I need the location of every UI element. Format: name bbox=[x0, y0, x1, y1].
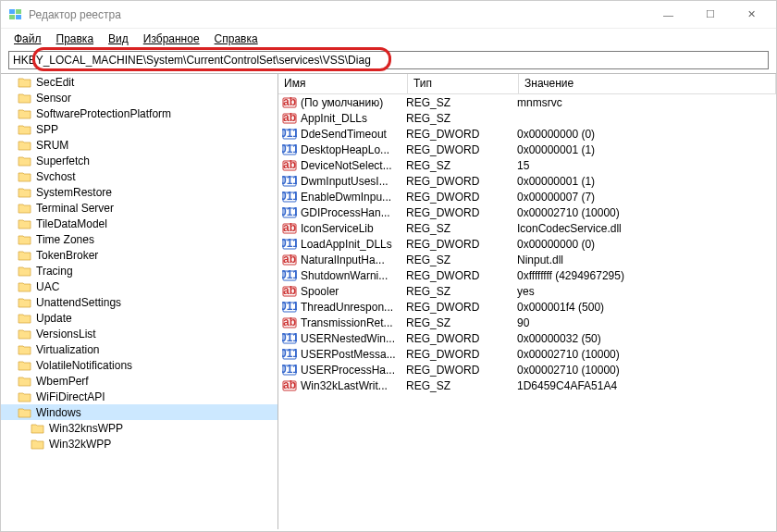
tree-item[interactable]: Windows bbox=[1, 404, 278, 420]
tree-item-label: TokenBroker bbox=[36, 249, 98, 262]
dword-value-icon: 011 bbox=[282, 347, 297, 362]
minimize-button[interactable]: — bbox=[648, 1, 689, 29]
window-title: Редактор реестра bbox=[29, 8, 648, 21]
titlebar: Редактор реестра — ☐ ✕ bbox=[1, 1, 776, 29]
tree-item[interactable]: WiFiDirectAPI bbox=[1, 389, 278, 404]
menu-view[interactable]: Вид bbox=[103, 31, 134, 47]
value-row[interactable]: 011USERProcessHa...REG_DWORD0x00002710 (… bbox=[278, 362, 776, 377]
svg-text:011: 011 bbox=[282, 237, 297, 250]
tree-item[interactable]: UnattendSettings bbox=[1, 294, 278, 310]
value-row[interactable]: 011USERPostMessa...REG_DWORD0x00002710 (… bbox=[278, 346, 776, 362]
value-row[interactable]: abSpoolerREG_SZyes bbox=[278, 283, 776, 299]
value-name: USERProcessHa... bbox=[301, 364, 406, 377]
tree-item[interactable]: UAC bbox=[1, 278, 278, 294]
tree-item[interactable]: Virtualization bbox=[1, 341, 278, 357]
value-row[interactable]: 011DwmInputUsesI...REG_DWORD0x00000001 (… bbox=[278, 173, 776, 189]
value-row[interactable]: 011GDIProcessHan...REG_DWORD0x00002710 (… bbox=[278, 204, 776, 220]
tree-item[interactable]: Tracing bbox=[1, 263, 278, 278]
value-row[interactable]: 011DesktopHeapLo...REG_DWORD0x00000001 (… bbox=[278, 142, 776, 157]
folder-icon bbox=[18, 390, 32, 403]
value-name: DwmInputUsesI... bbox=[301, 175, 406, 188]
tree-item[interactable]: Update bbox=[1, 310, 278, 326]
tree-item-label: WiFiDirectAPI bbox=[36, 390, 105, 403]
value-row[interactable]: abTransmissionRet...REG_SZ90 bbox=[278, 315, 776, 330]
value-name: ThreadUnrespon... bbox=[301, 301, 406, 314]
tree-item[interactable]: Terminal Server bbox=[1, 200, 278, 216]
value-type: REG_DWORD bbox=[406, 128, 517, 141]
svg-rect-1 bbox=[16, 9, 21, 14]
value-name: (По умолчанию) bbox=[301, 96, 406, 109]
folder-icon bbox=[18, 328, 32, 340]
col-name[interactable]: Имя bbox=[278, 74, 408, 93]
value-row[interactable]: abWin32kLastWrit...REG_SZ1D6459C4AFA51A4 bbox=[278, 377, 776, 393]
tree-item[interactable]: Win32knsWPP bbox=[1, 420, 278, 436]
string-value-icon: ab bbox=[282, 378, 297, 393]
value-row[interactable]: ab(По умолчанию)REG_SZmnmsrvc bbox=[278, 94, 776, 110]
value-row[interactable]: 011USERNestedWin...REG_DWORD0x00000032 (… bbox=[278, 330, 776, 346]
string-value-icon: ab bbox=[282, 95, 297, 110]
tree-item[interactable]: Superfetch bbox=[1, 153, 278, 168]
tree-item[interactable]: SoftwareProtectionPlatform bbox=[1, 105, 278, 121]
svg-text:011: 011 bbox=[282, 174, 297, 187]
tree-pane[interactable]: SecEditSensorSoftwareProtectionPlatformS… bbox=[1, 74, 278, 529]
svg-text:ab: ab bbox=[283, 111, 296, 124]
maximize-button[interactable]: ☐ bbox=[689, 1, 731, 29]
value-type: REG_DWORD bbox=[406, 332, 517, 345]
tree-item-label: SRUM bbox=[36, 139, 68, 152]
folder-icon bbox=[18, 170, 32, 183]
address-input[interactable] bbox=[8, 51, 769, 69]
value-row[interactable]: 011ShutdownWarni...REG_DWORD0xffffffff (… bbox=[278, 267, 776, 283]
menu-help[interactable]: Справка bbox=[209, 31, 264, 47]
close-button[interactable]: ✕ bbox=[731, 1, 772, 29]
svg-text:ab: ab bbox=[283, 378, 296, 391]
tree-item[interactable]: Svchost bbox=[1, 168, 278, 184]
col-type[interactable]: Тип bbox=[408, 74, 519, 93]
value-data: 0x00002710 (10000) bbox=[517, 364, 776, 377]
value-row[interactable]: 011LoadAppInit_DLLsREG_DWORD0x00000000 (… bbox=[278, 236, 776, 252]
value-type: REG_DWORD bbox=[406, 206, 517, 219]
value-data: 0x000001f4 (500) bbox=[517, 301, 776, 314]
tree-item[interactable]: WbemPerf bbox=[1, 373, 278, 389]
tree-item-label: Windows bbox=[36, 406, 81, 419]
tree-item[interactable]: TileDataModel bbox=[1, 216, 278, 231]
value-type: REG_SZ bbox=[406, 96, 517, 109]
value-name: USERNestedWin... bbox=[301, 332, 406, 345]
tree-item[interactable]: VolatileNotifications bbox=[1, 357, 278, 373]
col-data[interactable]: Значение bbox=[519, 74, 776, 93]
menu-favorites[interactable]: Избранное bbox=[138, 31, 205, 47]
string-value-icon: ab bbox=[282, 253, 297, 267]
tree-item[interactable]: VersionsList bbox=[1, 326, 278, 341]
tree-item[interactable]: SRUM bbox=[1, 137, 278, 153]
svg-text:011: 011 bbox=[282, 127, 297, 140]
value-row[interactable]: abIconServiceLibREG_SZIconCodecService.d… bbox=[278, 220, 776, 236]
folder-icon bbox=[18, 217, 32, 230]
tree-item[interactable]: SPP bbox=[1, 121, 278, 137]
value-row[interactable]: abNaturalInputHa...REG_SZNinput.dll bbox=[278, 252, 776, 267]
menu-file[interactable]: Файл bbox=[8, 31, 47, 47]
svg-text:ab: ab bbox=[283, 315, 296, 328]
dword-value-icon: 011 bbox=[282, 190, 297, 204]
dword-value-icon: 011 bbox=[282, 127, 297, 142]
value-row[interactable]: 011EnableDwmInpu...REG_DWORD0x00000007 (… bbox=[278, 189, 776, 204]
value-row[interactable]: 011ThreadUnrespon...REG_DWORD0x000001f4 … bbox=[278, 299, 776, 315]
svg-rect-0 bbox=[9, 9, 15, 14]
tree-item[interactable]: SecEdit bbox=[1, 74, 278, 90]
tree-item[interactable]: TokenBroker bbox=[1, 247, 278, 263]
value-data: 0x00000001 (1) bbox=[517, 175, 776, 188]
value-row[interactable]: 011DdeSendTimeoutREG_DWORD0x00000000 (0) bbox=[278, 126, 776, 142]
tree-item[interactable]: Sensor bbox=[1, 90, 278, 105]
value-data: 0xffffffff (4294967295) bbox=[517, 269, 776, 282]
tree-item[interactable]: Win32kWPP bbox=[1, 436, 278, 452]
folder-icon bbox=[18, 202, 32, 215]
app-icon bbox=[8, 7, 23, 22]
tree-item[interactable]: SystemRestore bbox=[1, 184, 278, 200]
value-type: REG_DWORD bbox=[406, 301, 517, 314]
value-row[interactable]: abAppInit_DLLsREG_SZ bbox=[278, 110, 776, 126]
menu-edit[interactable]: Правка bbox=[51, 31, 100, 47]
svg-rect-2 bbox=[9, 15, 15, 19]
tree-item-label: SecEdit bbox=[36, 76, 74, 89]
value-row[interactable]: abDeviceNotSelect...REG_SZ15 bbox=[278, 157, 776, 173]
tree-item[interactable]: Time Zones bbox=[1, 231, 278, 247]
value-type: REG_DWORD bbox=[406, 269, 517, 282]
tree-item-label: Update bbox=[36, 312, 72, 325]
